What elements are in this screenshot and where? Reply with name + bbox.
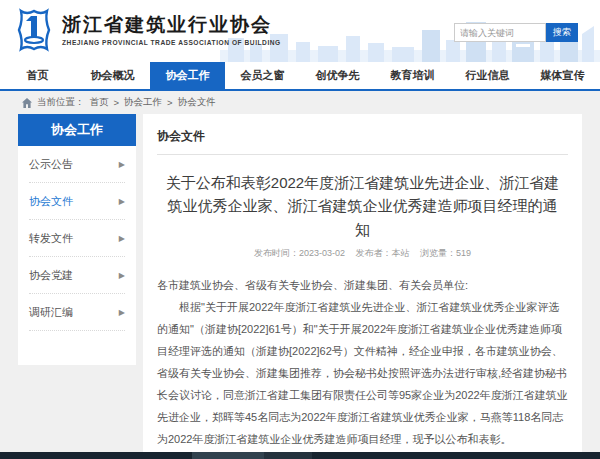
nav-item-home[interactable]: 首页 <box>0 62 75 89</box>
sidebar-item-label: 协会党建 <box>29 268 73 283</box>
article-paragraph: 各市建筑业协会、省级有关专业协会、浙建集团、有关会员单位: <box>157 274 568 296</box>
publisher: 发布者：本站 <box>356 248 410 258</box>
nav-item-media[interactable]: 媒体宣传 <box>525 62 600 89</box>
breadcrumb-association-documents[interactable]: 协会文件 <box>178 96 216 109</box>
breadcrumb: 当前位置： 首页 > 协会工作 > 协会文件 <box>0 91 600 114</box>
footer-bar <box>0 452 600 459</box>
chevron-right-icon: ▶ <box>119 160 125 169</box>
sidebar-item-label: 公示公告 <box>29 157 73 172</box>
sidebar-item-label: 协会文件 <box>29 194 73 209</box>
chevron-right-icon: ▶ <box>119 271 125 280</box>
breadcrumb-separator: > <box>167 97 173 108</box>
view-count: 浏览量：519 <box>420 248 471 258</box>
sidebar-item-forwarded-documents[interactable]: 转发文件 ▶ <box>29 220 125 257</box>
nav-item-training[interactable]: 教育培训 <box>375 62 450 89</box>
sidebar-item-association-documents[interactable]: 协会文件 ▶ <box>29 183 125 220</box>
nav-item-excellence[interactable]: 创优争先 <box>300 62 375 89</box>
logo-text: 浙江省建筑业行业协会 ZHEJIANG PROVINCIAL TRADE ASS… <box>62 14 281 46</box>
article-meta: 发布时间：2023-03-02 发布者：本站 浏览量：519 <box>157 247 568 260</box>
sidebar-item-label: 调研汇编 <box>29 305 73 320</box>
chevron-right-icon: ▶ <box>119 308 125 317</box>
site-title: 浙江省建筑业行业协会 <box>62 14 281 37</box>
sidebar-menu: 公示公告 ▶ 协会文件 ▶ 转发文件 ▶ 协会党建 ▶ 调研汇编 ▶ <box>18 146 136 331</box>
breadcrumb-prefix: 当前位置： <box>37 96 85 109</box>
breadcrumb-separator: > <box>114 97 120 108</box>
association-emblem-icon <box>14 8 54 52</box>
chevron-right-icon: ▶ <box>119 197 125 206</box>
sidebar-item-party-building[interactable]: 协会党建 ▶ <box>29 257 125 294</box>
publish-date: 发布时间：2023-03-02 <box>254 248 345 258</box>
main-nav: 首页 协会概况 协会工作 会员之窗 创优争先 教育培训 行业信息 媒体宣传 <box>0 62 600 91</box>
section-title: 协会文件 <box>157 123 568 155</box>
home-icon <box>22 98 32 108</box>
content-area: 协会工作 公示公告 ▶ 协会文件 ▶ 转发文件 ▶ 协会党建 ▶ 调研汇编 ▶ <box>0 114 600 459</box>
nav-item-members[interactable]: 会员之窗 <box>225 62 300 89</box>
search-input[interactable] <box>454 23 546 42</box>
sidebar-item-label: 转发文件 <box>29 231 73 246</box>
nav-item-overview[interactable]: 协会概况 <box>75 62 150 89</box>
chevron-right-icon: ▶ <box>119 234 125 243</box>
sidebar-item-announcements[interactable]: 公示公告 ▶ <box>29 146 125 183</box>
search-button[interactable]: 搜索 <box>546 23 578 42</box>
sidebar-title: 协会工作 <box>18 114 136 146</box>
nav-item-industry-info[interactable]: 行业信息 <box>450 62 525 89</box>
article-paragraph: 根据"关于开展2022年度浙江省建筑业先进企业、浙江省建筑业优秀企业家评选的通知… <box>157 296 568 450</box>
site-subtitle: ZHEJIANG PROVINCIAL TRADE ASSOCIATION OF… <box>62 39 281 46</box>
article-title: 关于公布和表彰2022年度浙江省建筑业先进企业、浙江省建筑业优秀企业家、浙江省建… <box>163 171 562 241</box>
search-box: 搜索 <box>454 23 578 42</box>
breadcrumb-association-work[interactable]: 协会工作 <box>124 96 162 109</box>
breadcrumb-home[interactable]: 首页 <box>90 96 109 109</box>
article-body: 各市建筑业协会、省级有关专业协会、浙建集团、有关会员单位: 根据"关于开展202… <box>157 274 568 459</box>
main-panel: 协会文件 关于公布和表彰2022年度浙江省建筑业先进企业、浙江省建筑业优秀企业家… <box>143 114 582 459</box>
sidebar-item-research-compilation[interactable]: 调研汇编 ▶ <box>29 294 125 331</box>
sidebar: 协会工作 公示公告 ▶ 协会文件 ▶ 转发文件 ▶ 协会党建 ▶ 调研汇编 ▶ <box>18 114 136 365</box>
site-logo[interactable]: 浙江省建筑业行业协会 ZHEJIANG PROVINCIAL TRADE ASS… <box>14 8 281 52</box>
site-header: 浙江省建筑业行业协会 ZHEJIANG PROVINCIAL TRADE ASS… <box>0 0 600 62</box>
nav-item-association-work[interactable]: 协会工作 <box>150 62 225 89</box>
